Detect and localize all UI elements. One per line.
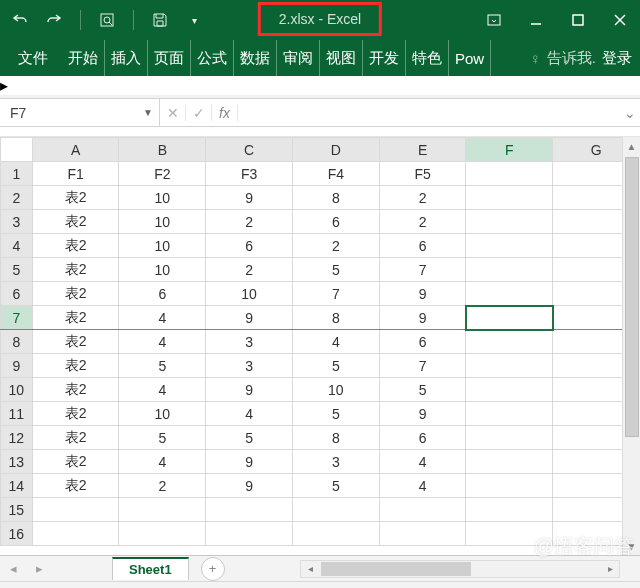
cell-B8[interactable]: 4 (119, 330, 206, 354)
cell-C14[interactable]: 9 (206, 474, 293, 498)
cell-A13[interactable]: 表2 (32, 450, 119, 474)
cell-E11[interactable]: 9 (379, 402, 466, 426)
cell-B16[interactable] (119, 522, 206, 546)
cell-A15[interactable] (32, 498, 119, 522)
row-header-2[interactable]: 2 (1, 186, 33, 210)
cell-D10[interactable]: 10 (292, 378, 379, 402)
cell-E3[interactable]: 2 (379, 210, 466, 234)
cell-F7[interactable] (466, 306, 553, 330)
row-header-14[interactable]: 14 (1, 474, 33, 498)
cell-E2[interactable]: 2 (379, 186, 466, 210)
qat-customize-icon[interactable]: ▾ (182, 8, 206, 32)
scroll-thumb[interactable] (625, 157, 639, 437)
row-header-6[interactable]: 6 (1, 282, 33, 306)
row-header-5[interactable]: 5 (1, 258, 33, 282)
col-header-F[interactable]: F (466, 138, 553, 162)
worksheet-area[interactable]: ABCDEFG1F1F2F3F4F52表2109823表2102624表2106… (0, 137, 640, 555)
insert-function-icon[interactable]: fx (212, 105, 238, 121)
minimize-icon[interactable] (524, 8, 548, 32)
cell-D3[interactable]: 6 (292, 210, 379, 234)
cell-D4[interactable]: 2 (292, 234, 379, 258)
tab-power[interactable]: Pow (449, 40, 491, 76)
cell-C11[interactable]: 4 (206, 402, 293, 426)
redo-icon[interactable] (42, 8, 66, 32)
save-icon[interactable] (148, 8, 172, 32)
tab-insert[interactable]: 插入 (105, 40, 148, 76)
horizontal-scrollbar[interactable]: ◂ ▸ (300, 560, 620, 578)
close-icon[interactable] (608, 8, 632, 32)
tab-view[interactable]: 视图 (320, 40, 363, 76)
col-header-A[interactable]: A (32, 138, 119, 162)
row-header-12[interactable]: 12 (1, 426, 33, 450)
cell-B15[interactable] (119, 498, 206, 522)
cell-E4[interactable]: 6 (379, 234, 466, 258)
row-header-1[interactable]: 1 (1, 162, 33, 186)
cell-C9[interactable]: 3 (206, 354, 293, 378)
cell-B6[interactable]: 6 (119, 282, 206, 306)
row-header-15[interactable]: 15 (1, 498, 33, 522)
cell-D7[interactable]: 8 (292, 306, 379, 330)
cell-D9[interactable]: 5 (292, 354, 379, 378)
cell-F10[interactable] (466, 378, 553, 402)
cell-D5[interactable]: 5 (292, 258, 379, 282)
tellme-label[interactable]: 告诉我. (547, 49, 596, 68)
undo-icon[interactable] (8, 8, 32, 32)
select-all-corner[interactable] (1, 138, 33, 162)
cell-B12[interactable]: 5 (119, 426, 206, 450)
cell-E10[interactable]: 5 (379, 378, 466, 402)
cell-E13[interactable]: 4 (379, 450, 466, 474)
cell-F8[interactable] (466, 330, 553, 354)
cell-D8[interactable]: 4 (292, 330, 379, 354)
cell-B11[interactable]: 10 (119, 402, 206, 426)
cell-A12[interactable]: 表2 (32, 426, 119, 450)
cell-C3[interactable]: 2 (206, 210, 293, 234)
hscroll-thumb[interactable] (321, 562, 471, 576)
cell-C1[interactable]: F3 (206, 162, 293, 186)
cell-B13[interactable]: 4 (119, 450, 206, 474)
cell-D11[interactable]: 5 (292, 402, 379, 426)
cell-D13[interactable]: 3 (292, 450, 379, 474)
cell-E7[interactable]: 9 (379, 306, 466, 330)
cell-A7[interactable]: 表2 (32, 306, 119, 330)
row-header-7[interactable]: 7 (1, 306, 33, 330)
sheet-nav-prev-icon[interactable]: ◂ (0, 561, 26, 576)
cell-B3[interactable]: 10 (119, 210, 206, 234)
cell-F2[interactable] (466, 186, 553, 210)
add-sheet-button[interactable]: + (201, 557, 225, 581)
cell-A16[interactable] (32, 522, 119, 546)
cell-F5[interactable] (466, 258, 553, 282)
row-header-8[interactable]: 8 (1, 330, 33, 354)
cell-C16[interactable] (206, 522, 293, 546)
cell-A6[interactable]: 表2 (32, 282, 119, 306)
cell-D16[interactable] (292, 522, 379, 546)
cell-A9[interactable]: 表2 (32, 354, 119, 378)
cell-F3[interactable] (466, 210, 553, 234)
cell-F6[interactable] (466, 282, 553, 306)
col-header-C[interactable]: C (206, 138, 293, 162)
tab-file[interactable]: 文件 (12, 40, 54, 76)
cell-E16[interactable] (379, 522, 466, 546)
cell-E8[interactable]: 6 (379, 330, 466, 354)
cell-C6[interactable]: 10 (206, 282, 293, 306)
tab-review[interactable]: 审阅 (277, 40, 320, 76)
maximize-icon[interactable] (566, 8, 590, 32)
expand-formulabar-icon[interactable]: ⌄ (620, 105, 640, 121)
cell-D14[interactable]: 5 (292, 474, 379, 498)
cell-C7[interactable]: 9 (206, 306, 293, 330)
cell-C2[interactable]: 9 (206, 186, 293, 210)
cell-E1[interactable]: F5 (379, 162, 466, 186)
row-header-9[interactable]: 9 (1, 354, 33, 378)
cell-F13[interactable] (466, 450, 553, 474)
cell-D1[interactable]: F4 (292, 162, 379, 186)
row-header-10[interactable]: 10 (1, 378, 33, 402)
ribbon-collapsed-arrow[interactable]: ▸ (0, 76, 640, 95)
col-header-B[interactable]: B (119, 138, 206, 162)
cell-F4[interactable] (466, 234, 553, 258)
cell-E15[interactable] (379, 498, 466, 522)
scroll-right-icon[interactable]: ▸ (601, 563, 619, 574)
sheet-nav-next-icon[interactable]: ▸ (26, 561, 52, 576)
cell-A2[interactable]: 表2 (32, 186, 119, 210)
tab-data[interactable]: 数据 (234, 40, 277, 76)
cell-B10[interactable]: 4 (119, 378, 206, 402)
cell-F14[interactable] (466, 474, 553, 498)
